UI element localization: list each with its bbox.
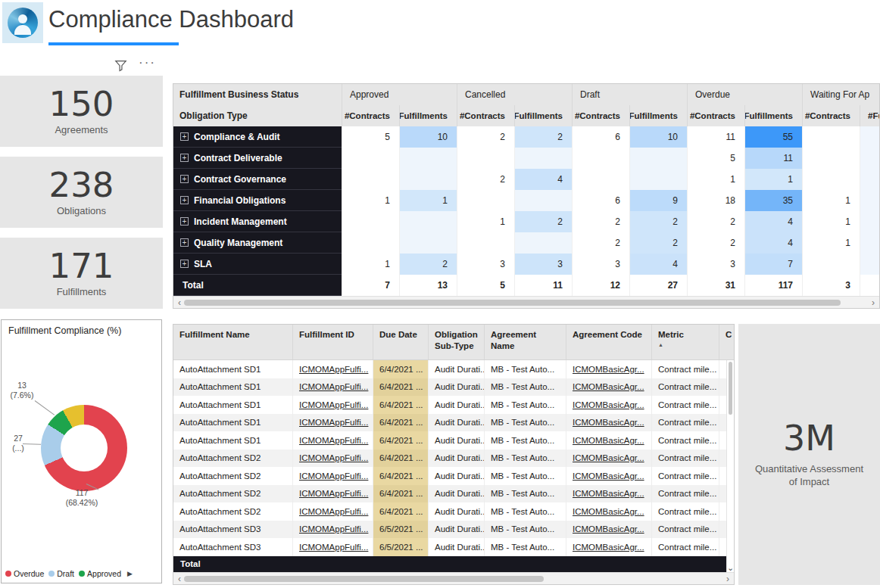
expand-icon[interactable]: + — [180, 217, 189, 226]
scroll-thumb[interactable] — [184, 576, 544, 582]
matrix-value-cell[interactable]: 5 — [457, 275, 514, 296]
matrix-value-cell[interactable] — [572, 148, 629, 169]
matrix-value-cell[interactable]: 2 — [457, 169, 514, 190]
matrix-subcolumn-header[interactable]: #Fulfillments — [744, 105, 802, 126]
detail-cell[interactable]: MB - Test Auto... — [484, 396, 566, 414]
matrix-subcolumn-header[interactable]: #Fulfillments — [399, 105, 457, 126]
matrix-row-header[interactable]: +Contract Governance — [173, 169, 342, 190]
detail-cell[interactable]: ICMOMAppFulfi... — [292, 396, 373, 414]
detail-cell[interactable]: 6/4/2021 ... — [373, 414, 428, 432]
matrix-value-cell[interactable]: 3 — [572, 254, 629, 275]
matrix-value-cell[interactable]: 2 — [457, 126, 514, 148]
detail-cell[interactable]: 6/4/2021 ... — [373, 502, 428, 521]
table-row[interactable]: AutoAttachment SD1ICMOMAppFulfi...6/4/20… — [173, 396, 734, 414]
detail-column-header[interactable]: Fulfillment Name — [173, 325, 292, 359]
detail-cell[interactable]: ICMOMAppFulfi... — [292, 467, 373, 485]
matrix-value-cell[interactable] — [860, 126, 880, 148]
detail-column-header[interactable]: Obligation Sub-Type — [428, 325, 484, 359]
detail-cell[interactable]: AutoAttachment SD2 — [173, 467, 292, 485]
matrix-value-cell[interactable] — [629, 148, 687, 169]
detail-cell[interactable]: MB - Test Auto... — [484, 502, 566, 521]
detail-cell[interactable]: MB - Test Auto... — [484, 485, 566, 503]
matrix-row-header[interactable]: +Financial Obligations — [173, 190, 342, 211]
matrix-value-cell[interactable] — [399, 169, 457, 190]
detail-cell[interactable]: AutoAttachment SD1 — [173, 396, 292, 414]
matrix-value-cell[interactable] — [860, 169, 880, 190]
detail-cell[interactable]: Audit Durati... — [428, 538, 484, 556]
matrix-subcolumn-header[interactable]: #Contracts — [687, 105, 744, 126]
filter-icon[interactable] — [114, 58, 128, 73]
fulfillment-id-link[interactable]: ICMOMAppFulfi... — [299, 382, 368, 391]
matrix-value-cell[interactable] — [860, 275, 880, 296]
table-row[interactable]: AutoAttachment SD1ICMOMAppFulfi...6/4/20… — [173, 414, 734, 432]
matrix-hscrollbar[interactable]: ‹› — [173, 296, 879, 308]
kpi-card-fulfillments[interactable]: 171Fulfillments — [0, 238, 163, 309]
fulfillment-id-link[interactable]: ICMOMAppFulfi... — [299, 400, 368, 409]
detail-cell[interactable]: Audit Durati... — [428, 521, 484, 539]
matrix-value-cell[interactable] — [342, 148, 399, 169]
matrix-value-cell[interactable] — [802, 126, 860, 148]
matrix-subcolumn-header[interactable]: #Contracts — [572, 105, 629, 126]
detail-cell[interactable]: ICMOMAppFulfi... — [292, 414, 373, 432]
expand-icon[interactable]: + — [180, 132, 189, 141]
detail-vscrollbar[interactable]: ⌄ — [726, 360, 734, 572]
detail-column-header[interactable]: Due Date — [373, 325, 428, 359]
detail-cell[interactable]: MB - Test Auto... — [484, 538, 566, 556]
fulfillment-id-link[interactable]: ICMOMAppFulfi... — [299, 507, 368, 516]
detail-cell[interactable]: Contract mile... — [651, 538, 719, 556]
fulfillment-id-link[interactable]: ICMOMAppFulfi... — [299, 436, 368, 445]
detail-column-header[interactable]: C — [719, 325, 735, 359]
expand-icon[interactable]: + — [180, 238, 189, 247]
matrix-value-cell[interactable]: 11 — [744, 148, 802, 169]
fulfillment-id-link[interactable]: ICMOMAppFulfi... — [299, 365, 368, 374]
matrix-value-cell[interactable]: 117 — [744, 275, 802, 296]
agreement-code-link[interactable]: ICMOMBasicAgr... — [573, 436, 644, 445]
matrix-value-cell[interactable] — [514, 232, 572, 254]
matrix-value-cell[interactable] — [342, 169, 399, 190]
matrix-column-group[interactable]: Waiting For Ap — [802, 84, 880, 105]
agreement-code-link[interactable]: ICMOMBasicAgr... — [573, 524, 644, 534]
expand-icon[interactable]: + — [180, 154, 189, 162]
matrix-row-header[interactable]: +Quality Management — [173, 232, 342, 254]
kpi-card-obligations[interactable]: 238Obligations — [0, 157, 163, 228]
agreement-code-link[interactable]: ICMOMBasicAgr... — [573, 543, 644, 552]
matrix-value-cell[interactable]: 1 — [802, 232, 860, 254]
table-row[interactable]: AutoAttachment SD3ICMOMAppFulfi...6/5/20… — [173, 521, 734, 539]
detail-cell[interactable]: ICMOMBasicAgr... — [566, 521, 651, 539]
detail-cell[interactable]: ICMOMBasicAgr... — [566, 360, 651, 378]
matrix-column-group[interactable]: Draft — [572, 84, 687, 105]
matrix-value-cell[interactable]: 1 — [457, 211, 514, 232]
matrix-value-cell[interactable]: 3 — [802, 275, 860, 296]
detail-cell[interactable]: Audit Durati... — [428, 378, 484, 397]
detail-cell[interactable]: Contract mile... — [651, 485, 719, 503]
detail-cell[interactable]: AutoAttachment SD1 — [173, 378, 292, 397]
matrix-subcolumn-header[interactable]: #Fulfillments — [860, 105, 880, 126]
detail-cell[interactable]: 6/4/2021 ... — [373, 431, 428, 450]
table-row[interactable]: AutoAttachment SD1ICMOMAppFulfi...6/4/20… — [173, 360, 734, 378]
matrix-value-cell[interactable] — [342, 211, 399, 232]
fulfillment-id-link[interactable]: ICMOMAppFulfi... — [299, 471, 368, 481]
matrix-value-cell[interactable] — [399, 148, 457, 169]
more-options-icon[interactable]: ··· — [139, 60, 156, 70]
detail-cell[interactable]: ICMOMBasicAgr... — [566, 502, 651, 521]
detail-cell[interactable]: ICMOMBasicAgr... — [566, 467, 651, 485]
detail-cell[interactable]: ICMOMAppFulfi... — [292, 538, 373, 556]
detail-cell[interactable]: ICMOMAppFulfi... — [292, 431, 373, 450]
matrix-value-cell[interactable]: 11 — [514, 275, 572, 296]
detail-cell[interactable]: ICMOMBasicAgr... — [566, 414, 651, 432]
detail-cell[interactable]: AutoAttachment SD3 — [173, 521, 292, 539]
matrix-value-cell[interactable]: 3 — [687, 254, 744, 275]
detail-cell[interactable]: MB - Test Auto... — [484, 521, 566, 539]
matrix-value-cell[interactable] — [802, 148, 860, 169]
detail-column-header[interactable]: Metric▲ — [651, 325, 719, 359]
detail-cell[interactable]: ICMOMAppFulfi... — [292, 378, 373, 397]
detail-cell[interactable]: 6/4/2021 ... — [373, 360, 428, 378]
matrix-value-cell[interactable]: 3 — [457, 254, 514, 275]
matrix-value-cell[interactable] — [629, 169, 687, 190]
kpi-card-agreements[interactable]: 150Agreements — [0, 76, 163, 147]
table-row[interactable]: AutoAttachment SD2ICMOMAppFulfi...6/4/20… — [173, 502, 734, 521]
impact-card[interactable]: 3M Quantitative Assessment of Impact — [738, 324, 880, 585]
detail-cell[interactable]: Contract mile... — [651, 502, 719, 521]
table-row[interactable]: AutoAttachment SD3ICMOMAppFulfi...6/5/20… — [173, 538, 734, 556]
matrix-value-cell[interactable] — [860, 254, 880, 275]
